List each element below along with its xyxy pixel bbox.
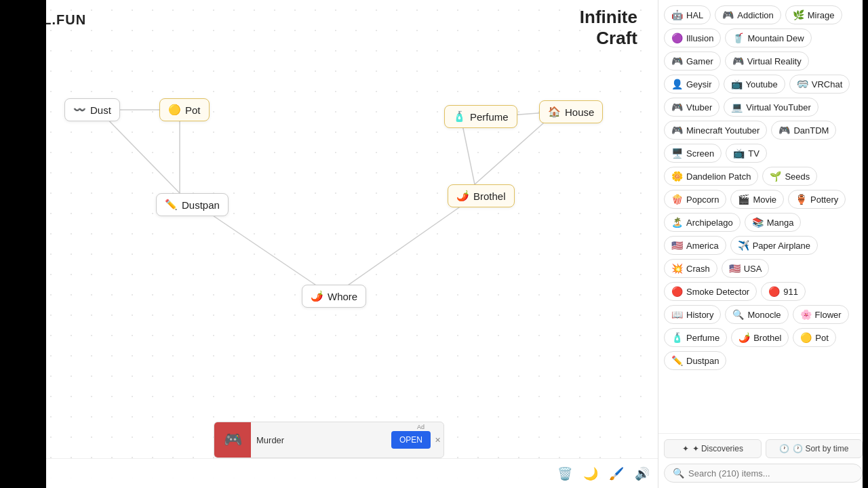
canvas-node-pot[interactable]: 🟡Pot xyxy=(159,98,210,121)
sidebar-item[interactable]: 💻Virtual YouTuber xyxy=(724,98,818,117)
item-emoji: ✈️ xyxy=(738,240,749,251)
sidebar-item[interactable]: 💥Crash xyxy=(664,259,717,278)
sidebar-item[interactable]: 🎮Virtual Reality xyxy=(725,52,809,70)
item-label: HAL xyxy=(686,10,703,20)
canvas-node-whore[interactable]: 🌶️Whore xyxy=(302,285,366,308)
sidebar-item[interactable]: 🥽VRChat xyxy=(789,75,850,94)
dust-label: Dust xyxy=(90,104,111,116)
pot-icon: 🟡 xyxy=(168,104,181,116)
search-icon: 🔍 xyxy=(673,468,684,479)
sidebar-item[interactable]: 🥤Mountain Dew xyxy=(725,28,811,47)
sidebar-item[interactable]: 🇺🇸USA xyxy=(722,259,770,278)
item-emoji: 🔴 xyxy=(671,286,683,297)
sort-button[interactable]: 🕐 🕐 Sort by time xyxy=(766,439,863,458)
bottom-icon-3[interactable]: 🔊 xyxy=(635,466,650,481)
sidebar-item[interactable]: 📺TV xyxy=(726,144,767,163)
sidebar-item[interactable]: 🔍Monocle xyxy=(725,305,788,324)
ad-close-button[interactable]: ✕ xyxy=(435,436,441,445)
item-label: Dandelion Patch xyxy=(686,171,751,182)
item-label: DanTDM xyxy=(793,125,829,136)
canvas-node-dust[interactable]: 〰️Dust xyxy=(64,98,120,121)
sidebar-item[interactable]: 🌸Flower xyxy=(793,305,849,324)
item-label: Illusion xyxy=(686,33,713,43)
sidebar-item[interactable]: 📺Youtube xyxy=(724,75,785,94)
item-label: Brothel xyxy=(753,333,781,343)
item-label: VRChat xyxy=(812,79,843,89)
item-emoji: 🤖 xyxy=(671,9,683,20)
sidebar-item[interactable]: 🎮Vtuber xyxy=(664,98,719,117)
item-label: Crash xyxy=(686,264,710,274)
item-label: Popcorn xyxy=(686,195,719,205)
item-emoji: 👤 xyxy=(671,79,683,89)
sidebar-item[interactable]: ✈️Paper Airplane xyxy=(730,236,818,255)
item-label: Paper Airplane xyxy=(753,241,810,251)
ad-text: Murder xyxy=(251,435,391,445)
sidebar-item[interactable]: 🏝️Archipelago xyxy=(664,213,741,232)
sidebar-item[interactable]: 🎮Addiction xyxy=(715,5,781,24)
sidebar-item[interactable]: 🧴Perfume xyxy=(664,328,727,347)
item-emoji: 🏺 xyxy=(795,194,807,205)
item-label: TV xyxy=(748,148,760,159)
item-emoji: 🔍 xyxy=(732,309,744,320)
sidebar-item[interactable]: 🎮Minecraft Youtuber xyxy=(664,121,767,140)
item-label: Smoke Detector xyxy=(686,287,749,297)
item-label: Flower xyxy=(815,310,842,320)
item-label: Seeds xyxy=(785,171,810,182)
item-emoji: 🎮 xyxy=(671,56,683,66)
svg-line-2 xyxy=(98,110,180,193)
sidebar-item[interactable]: 🎮Gamer xyxy=(664,52,721,70)
item-label: Minecraft Youtuber xyxy=(686,125,760,136)
item-emoji: 🎮 xyxy=(778,125,790,136)
ad-banner: 🎮 Murder Ad OPEN ✕ xyxy=(214,422,444,458)
item-label: Geysir xyxy=(686,79,712,89)
item-label: Screen xyxy=(686,148,714,159)
sidebar-item[interactable]: 🌼Dandelion Patch xyxy=(664,167,758,186)
sidebar-item[interactable]: 🇺🇸America xyxy=(664,236,726,255)
bottom-icon-0[interactable]: 🗑️ xyxy=(557,466,572,481)
item-emoji: 🧴 xyxy=(671,332,683,343)
discoveries-button[interactable]: ✦ ✦ Discoveries xyxy=(664,439,762,458)
canvas-node-perfume[interactable]: 🧴Perfume xyxy=(444,105,517,128)
sidebar-item[interactable]: 🌶️Brothel xyxy=(731,328,789,347)
sidebar-item[interactable]: 🔴Smoke Detector xyxy=(664,282,757,301)
search-input[interactable] xyxy=(688,468,854,479)
item-emoji: 🌼 xyxy=(671,171,683,182)
sidebar-item[interactable]: 👤Geysir xyxy=(664,75,719,94)
item-label: Archipelago xyxy=(686,218,733,228)
bottom-icon-1[interactable]: 🌙 xyxy=(583,466,598,481)
item-emoji: 💻 xyxy=(731,102,743,113)
item-label: Perfume xyxy=(686,333,719,343)
sidebar-item[interactable]: 🟡Pot xyxy=(793,328,836,347)
connection-lines xyxy=(0,0,658,488)
sort-icon: 🕐 xyxy=(779,444,789,453)
sidebar-item[interactable]: 🎬Movie xyxy=(730,190,784,209)
sidebar-item[interactable]: 🎮DanTDM xyxy=(771,121,836,140)
canvas-node-brothel[interactable]: 🌶️Brothel xyxy=(448,184,515,207)
sidebar-item[interactable]: 🏺Pottery xyxy=(788,190,846,209)
sidebar-item[interactable]: 🍿Popcorn xyxy=(664,190,726,209)
ad-open-button[interactable]: OPEN xyxy=(391,431,431,449)
sidebar-item[interactable]: 🌿Mirage xyxy=(785,5,842,24)
perfume-icon: 🧴 xyxy=(453,110,466,123)
perfume-label: Perfume xyxy=(470,111,509,123)
sidebar-item[interactable]: 🔴911 xyxy=(761,282,806,301)
canvas-node-dustpan[interactable]: ✏️Dustpan xyxy=(156,193,229,216)
whore-icon: 🌶️ xyxy=(311,290,323,302)
sidebar-bottom: ✦ ✦ Discoveries 🕐 🕐 Sort by time 🔍 xyxy=(658,433,868,488)
craft-title: Infinite Craft xyxy=(580,7,637,49)
sidebar-items-list[interactable]: 🤖HAL🎮Addiction🌿Mirage🟣Illusion🥤Mountain … xyxy=(658,0,868,433)
sort-label: 🕐 Sort by time xyxy=(793,444,848,453)
sidebar-item[interactable]: 🤖HAL xyxy=(664,5,711,24)
sidebar-item[interactable]: 🌱Seeds xyxy=(762,167,817,186)
craft-canvas[interactable]: NEAL.FUN Infinite Craft 〰️Dust🟡Pot✏️Dust… xyxy=(0,0,658,488)
search-bar[interactable]: 🔍 xyxy=(664,464,863,483)
sidebar-item[interactable]: 📚Manga xyxy=(745,213,802,232)
item-label: Manga xyxy=(767,218,794,228)
sidebar-item[interactable]: ✏️Dustpan xyxy=(664,351,726,370)
canvas-node-house[interactable]: 🏠House xyxy=(539,100,603,123)
bottom-icon-2[interactable]: 🖌️ xyxy=(609,466,624,481)
sidebar-item[interactable]: 🟣Illusion xyxy=(664,28,721,47)
sidebar-item[interactable]: 🖥️Screen xyxy=(664,144,722,163)
sidebar-item[interactable]: 📖History xyxy=(664,305,721,324)
item-label: Pottery xyxy=(810,195,838,205)
